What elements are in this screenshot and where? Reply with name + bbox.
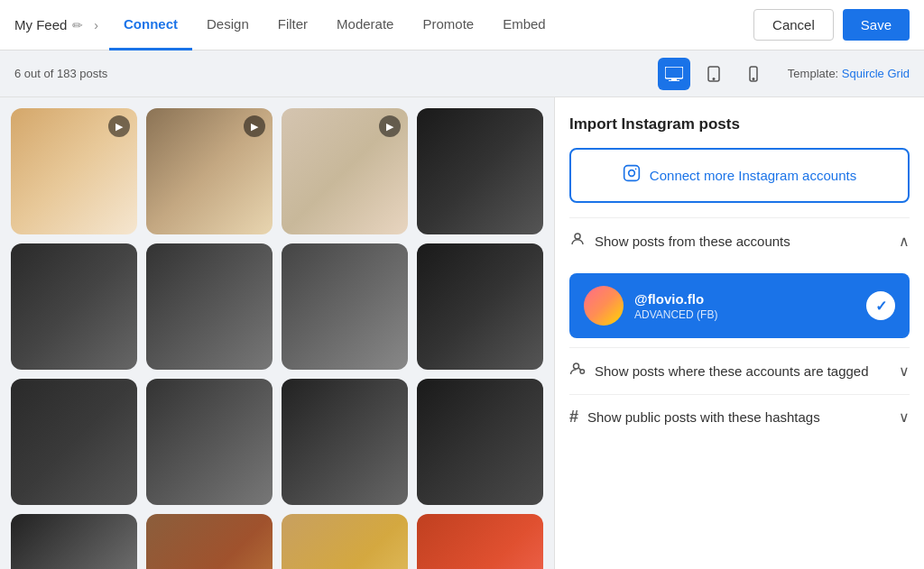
account-check-icon: ✓ <box>866 291 895 320</box>
tab-moderate[interactable]: Moderate <box>322 0 408 50</box>
cancel-button[interactable]: Cancel <box>753 9 834 41</box>
connect-btn-label: Connect more Instagram accounts <box>650 168 856 183</box>
connect-instagram-button[interactable]: Connect more Instagram accounts <box>569 148 910 203</box>
header: My Feed ✏ › Connect Design Filter Modera… <box>0 0 924 50</box>
video-icon: ▶ <box>108 115 130 137</box>
section-tagged-label: Show posts where these accounts are tagg… <box>595 363 890 379</box>
feed-title-group: My Feed ✏ <box>14 17 83 32</box>
svg-point-11 <box>574 363 579 369</box>
grid-item[interactable] <box>417 243 543 370</box>
section-hashtags-label: Show public posts with these hashtags <box>587 409 890 425</box>
account-plan: ADVANCED (FB) <box>634 308 855 321</box>
svg-rect-7 <box>624 166 640 181</box>
grid-item[interactable] <box>417 108 543 234</box>
svg-point-4 <box>713 78 715 79</box>
grid-item[interactable] <box>282 379 408 505</box>
grid-item[interactable] <box>11 243 137 370</box>
sidebar-title: Import Instagram posts <box>569 115 910 133</box>
grid-item[interactable] <box>11 379 137 505</box>
grid-item[interactable] <box>282 243 408 370</box>
tab-connect[interactable]: Connect <box>109 0 192 50</box>
grid-item[interactable] <box>11 514 137 569</box>
grid-item[interactable] <box>282 514 408 569</box>
nav-tabs: Connect Design Filter Moderate Promote E… <box>109 0 753 50</box>
template-label: Template: Squircle Grid <box>788 67 910 80</box>
grid-item[interactable] <box>417 514 543 569</box>
svg-point-8 <box>629 170 635 177</box>
image-grid: ▶ ▶ ▶ <box>11 108 543 569</box>
grid-item[interactable]: ▶ <box>11 108 137 234</box>
post-count: 6 out of 183 posts <box>14 67 107 80</box>
chevron-up-icon: ∧ <box>899 233 910 250</box>
grid-item[interactable]: ▶ <box>282 108 408 234</box>
sidebar: Import Instagram posts Connect more Inst… <box>554 97 924 569</box>
chevron-down-icon: ∨ <box>899 363 910 380</box>
grid-item[interactable]: ▶ <box>146 108 273 234</box>
svg-rect-2 <box>669 80 679 81</box>
tab-embed[interactable]: Embed <box>488 0 560 50</box>
desktop-view-button[interactable] <box>658 58 690 90</box>
view-icons <box>658 58 770 90</box>
video-icon: ▶ <box>379 115 401 137</box>
section-tagged-accounts[interactable]: Show posts where these accounts are tagg… <box>569 347 910 394</box>
tab-promote[interactable]: Promote <box>408 0 488 50</box>
feed-title: My Feed <box>14 17 67 32</box>
chevron-down-icon-2: ∨ <box>899 408 910 426</box>
grid-item[interactable] <box>146 243 273 370</box>
feed-panel: ▶ ▶ ▶ <box>0 97 554 569</box>
person-icon <box>569 231 586 252</box>
svg-rect-1 <box>671 78 677 80</box>
svg-line-13 <box>579 368 581 370</box>
tab-design[interactable]: Design <box>192 0 263 50</box>
svg-rect-0 <box>665 67 683 78</box>
video-icon: ▶ <box>244 115 265 137</box>
grid-item[interactable] <box>146 379 273 505</box>
tablet-view-button[interactable] <box>698 58 730 90</box>
main-layout: ▶ ▶ ▶ Import Instagram posts <box>0 97 924 569</box>
avatar <box>584 286 624 326</box>
header-actions: Cancel Save <box>753 9 910 41</box>
sub-header: 6 out of 183 posts Template: Squircle Gr… <box>0 50 924 97</box>
instagram-icon <box>623 164 641 187</box>
edit-icon[interactable]: ✏ <box>72 18 83 32</box>
section-from-accounts-label: Show posts from these accounts <box>595 234 890 249</box>
save-button[interactable]: Save <box>843 9 910 41</box>
mobile-view-button[interactable] <box>737 58 770 90</box>
breadcrumb-chevron: › <box>94 18 98 32</box>
tab-filter[interactable]: Filter <box>263 0 322 50</box>
svg-point-6 <box>753 78 754 79</box>
section-hashtags[interactable]: # Show public posts with these hashtags … <box>569 394 910 439</box>
hashtag-icon: # <box>569 408 578 427</box>
svg-point-12 <box>580 370 585 374</box>
svg-point-10 <box>575 234 580 239</box>
account-info: @flovio.flo ADVANCED (FB) <box>634 291 855 321</box>
person-tag-icon <box>569 361 586 381</box>
grid-item[interactable] <box>146 514 273 569</box>
account-card[interactable]: @flovio.flo ADVANCED (FB) ✓ <box>569 273 910 338</box>
svg-point-9 <box>635 169 637 170</box>
account-handle: @flovio.flo <box>634 291 855 307</box>
section-from-accounts[interactable]: Show posts from these accounts ∧ <box>569 217 910 264</box>
template-link[interactable]: Squircle Grid <box>842 67 910 80</box>
grid-item[interactable] <box>417 379 543 505</box>
